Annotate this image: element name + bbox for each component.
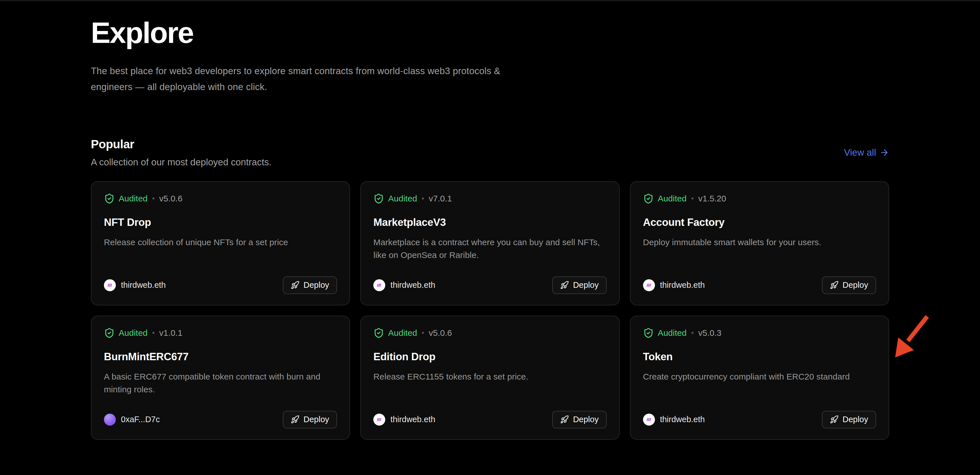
publisher-link[interactable]: thirdweb.eth	[104, 279, 166, 291]
thirdweb-avatar	[373, 414, 385, 426]
contract-title: MarketplaceV3	[373, 217, 606, 228]
contract-card-edition-drop[interactable]: Audited • v5.0.6 Edition Drop Release ER…	[360, 316, 619, 440]
badge-row: Audited • v1.0.1	[104, 328, 337, 338]
contract-title: Account Factory	[643, 217, 876, 228]
contract-title: Edition Drop	[373, 351, 606, 363]
deploy-label: Deploy	[843, 281, 868, 290]
contract-description: Marketplace is a contract where you can …	[373, 236, 606, 261]
deploy-label: Deploy	[573, 415, 598, 424]
popular-section-header: Popular A collection of our most deploye…	[91, 137, 889, 167]
shield-check-icon	[104, 328, 115, 338]
thirdweb-avatar	[643, 279, 655, 291]
thirdweb-avatar	[643, 414, 655, 426]
contract-title: NFT Drop	[104, 217, 337, 228]
popular-subheading: A collection of our most deployed contra…	[91, 157, 272, 167]
contract-description: Deploy immutable smart wallets for your …	[643, 236, 876, 249]
contract-card-token[interactable]: Audited • v5.0.3 Token Create cryptocurr…	[630, 316, 889, 440]
shield-check-icon	[373, 193, 384, 204]
shield-check-icon	[373, 328, 384, 338]
rocket-icon	[830, 281, 838, 290]
publisher-name: thirdweb.eth	[660, 415, 705, 424]
contract-description: Create cryptocurrency compliant with ERC…	[643, 370, 876, 383]
address-avatar	[104, 414, 116, 426]
deploy-label: Deploy	[573, 281, 598, 290]
publisher-name: thirdweb.eth	[390, 415, 435, 424]
separator-dot: •	[152, 194, 155, 203]
separator-dot: •	[152, 328, 155, 337]
contract-version: v5.0.6	[429, 328, 452, 338]
card-footer: thirdweb.eth Deploy	[373, 276, 606, 294]
deploy-button[interactable]: Deploy	[283, 411, 337, 429]
shield-check-icon	[643, 193, 654, 204]
view-all-link[interactable]: View all	[844, 147, 889, 158]
publisher-link[interactable]: thirdweb.eth	[373, 279, 435, 291]
audited-badge: Audited	[388, 194, 417, 203]
contract-title: BurnMintERC677	[104, 351, 337, 363]
contract-version: v7.0.1	[429, 194, 452, 203]
shield-check-icon	[643, 328, 654, 338]
deploy-button[interactable]: Deploy	[552, 276, 606, 294]
audited-badge: Audited	[388, 328, 417, 338]
audited-badge: Audited	[119, 328, 148, 338]
card-footer: thirdweb.eth Deploy	[643, 276, 876, 294]
contract-version: v5.0.3	[698, 328, 722, 338]
contract-card-marketplacev3[interactable]: Audited • v7.0.1 MarketplaceV3 Marketpla…	[360, 181, 619, 305]
deploy-label: Deploy	[304, 415, 329, 424]
separator-dot: •	[422, 328, 424, 337]
popular-heading: Popular	[91, 137, 272, 151]
thirdweb-avatar	[104, 279, 116, 291]
card-footer: 0xaF...D7c Deploy	[104, 411, 337, 429]
contract-description: A basic ERC677 compatible token contract…	[104, 370, 337, 396]
deploy-button[interactable]: Deploy	[552, 411, 606, 429]
deploy-label: Deploy	[843, 415, 868, 424]
shield-check-icon	[104, 193, 115, 204]
card-footer: thirdweb.eth Deploy	[104, 276, 337, 294]
badge-row: Audited • v5.0.3	[643, 328, 876, 338]
publisher-link[interactable]: thirdweb.eth	[643, 414, 705, 426]
rocket-icon	[560, 281, 569, 290]
badge-row: Audited • v5.0.6	[104, 193, 337, 204]
badge-row: Audited • v5.0.6	[373, 328, 606, 338]
deploy-button[interactable]: Deploy	[283, 276, 337, 294]
top-hairline	[0, 0, 980, 1]
contract-card-account-factory[interactable]: Audited • v1.5.20 Account Factory Deploy…	[630, 181, 889, 305]
audited-badge: Audited	[658, 194, 687, 203]
audited-badge: Audited	[119, 194, 148, 203]
contract-title: Token	[643, 351, 876, 363]
page-subtitle: The best place for web3 developers to ex…	[91, 63, 517, 95]
thirdweb-avatar	[373, 279, 385, 291]
popular-cards-grid: Audited • v5.0.6 NFT Drop Release collec…	[91, 181, 889, 440]
publisher-name: thirdweb.eth	[121, 281, 166, 290]
rocket-icon	[291, 281, 299, 290]
deploy-label: Deploy	[304, 281, 329, 290]
contract-description: Release collection of unique NFTs for a …	[104, 236, 337, 249]
explore-page: Explore The best place for web3 develope…	[91, 16, 889, 440]
deploy-button[interactable]: Deploy	[822, 276, 876, 294]
card-footer: thirdweb.eth Deploy	[373, 411, 606, 429]
rocket-icon	[830, 415, 838, 424]
publisher-link[interactable]: 0xaF...D7c	[104, 414, 160, 426]
separator-dot: •	[691, 194, 694, 203]
contract-version: v1.0.1	[159, 328, 183, 338]
rocket-icon	[560, 415, 569, 424]
page-title: Explore	[91, 16, 889, 50]
badge-row: Audited • v7.0.1	[373, 193, 606, 204]
red-arrow-annotation-icon	[886, 312, 937, 363]
contract-version: v5.0.6	[159, 194, 183, 203]
publisher-name: thirdweb.eth	[390, 281, 435, 290]
contract-card-nft-drop[interactable]: Audited • v5.0.6 NFT Drop Release collec…	[91, 181, 350, 305]
popular-heading-block: Popular A collection of our most deploye…	[91, 137, 272, 167]
separator-dot: •	[422, 194, 424, 203]
arrow-right-icon	[880, 148, 889, 158]
contract-version: v1.5.20	[698, 194, 726, 203]
publisher-link[interactable]: thirdweb.eth	[643, 279, 705, 291]
publisher-name: thirdweb.eth	[660, 281, 705, 290]
deploy-button[interactable]: Deploy	[822, 411, 876, 429]
card-footer: thirdweb.eth Deploy	[643, 411, 876, 429]
publisher-link[interactable]: thirdweb.eth	[373, 414, 435, 426]
separator-dot: •	[691, 328, 694, 337]
publisher-name: 0xaF...D7c	[121, 415, 160, 424]
contract-description: Release ERC1155 tokens for a set price.	[373, 370, 606, 383]
audited-badge: Audited	[658, 328, 687, 338]
contract-card-burnminterc677[interactable]: Audited • v1.0.1 BurnMintERC677 A basic …	[91, 316, 350, 440]
